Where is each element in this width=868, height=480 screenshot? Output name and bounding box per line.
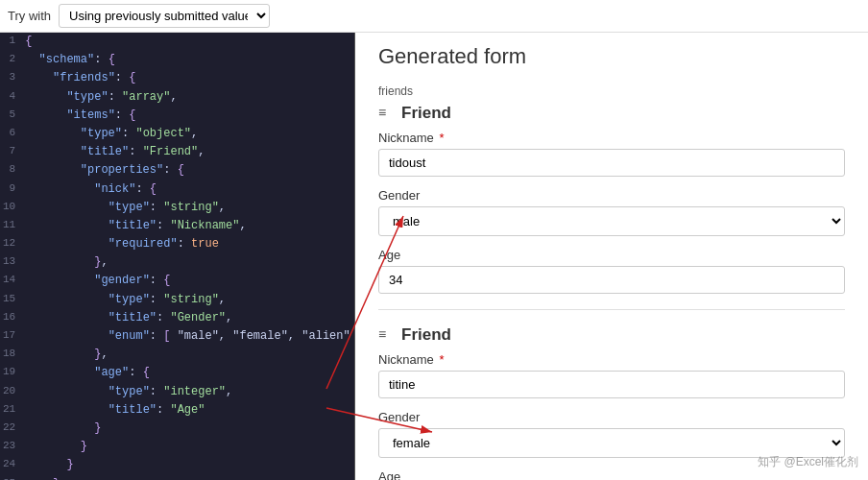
section-label: friends xyxy=(378,84,845,98)
line-number: 15 xyxy=(1,291,22,309)
watermark: 知乎 @Excel催化剂 xyxy=(758,454,858,470)
gender-label-2: Gender xyxy=(378,410,845,424)
line-number: 17 xyxy=(1,327,22,346)
line-number: 3 xyxy=(1,69,22,87)
code-line: 22 } xyxy=(1,420,356,438)
nickname-label-1: Nickname * xyxy=(378,131,845,145)
nickname-input-1[interactable] xyxy=(378,149,845,177)
top-bar: Try with Using previously submitted valu… xyxy=(0,0,868,33)
line-content: "type": "integer", xyxy=(21,383,355,401)
nickname-group-1: Nickname * xyxy=(378,131,845,177)
code-line: 19 "age": { xyxy=(1,364,356,382)
line-number: 20 xyxy=(1,383,22,401)
code-line: 8 "properties": { xyxy=(1,161,356,180)
line-number: 14 xyxy=(1,272,22,290)
code-line: 21 "title": "Age" xyxy=(1,401,356,420)
line-number: 19 xyxy=(1,364,22,382)
line-number: 16 xyxy=(1,309,22,327)
line-number: 4 xyxy=(1,88,22,107)
list-icon-1: ≡ xyxy=(378,106,394,121)
code-line: 25 }, xyxy=(1,475,356,481)
nickname-input-2[interactable] xyxy=(378,371,845,398)
line-content: } xyxy=(21,438,355,456)
line-content: }, xyxy=(21,475,355,481)
friend-block-1: ≡ Friend Nickname * Gender male female a… xyxy=(378,104,845,294)
friend-header-2: ≡ Friend xyxy=(378,325,845,345)
age-label-2: Age xyxy=(378,469,845,480)
friend-title-2: Friend xyxy=(401,325,451,345)
code-line: 9 "nick": { xyxy=(1,180,356,199)
line-number: 21 xyxy=(1,401,22,420)
age-label-1: Age xyxy=(378,248,845,262)
code-line: 17 "enum": [ "male", "female", "alien" ] xyxy=(1,327,356,346)
main-content: 1{2 "schema": {3 "friends": {4 "type": "… xyxy=(0,33,868,480)
code-panel: 1{2 "schema": {3 "friends": {4 "type": "… xyxy=(0,33,355,480)
code-line: 20 "type": "integer", xyxy=(1,383,356,401)
line-content: "nick": { xyxy=(21,180,355,199)
line-number: 24 xyxy=(1,456,22,474)
line-content: "items": { xyxy=(21,107,355,125)
code-line: 10 "type": "string", xyxy=(1,199,356,217)
code-line: 15 "type": "string", xyxy=(1,291,356,309)
line-content: "type": "array", xyxy=(21,88,355,107)
line-number: 23 xyxy=(1,438,22,456)
code-line: 2 "schema": { xyxy=(1,51,356,69)
line-content: }, xyxy=(21,346,355,364)
code-line: 23 } xyxy=(1,438,356,456)
line-content: }, xyxy=(21,253,355,272)
code-line: 14 "gender": { xyxy=(1,272,356,290)
code-table: 1{2 "schema": {3 "friends": {4 "type": "… xyxy=(0,33,355,480)
line-content: "age": { xyxy=(21,364,355,382)
age-group-1: Age xyxy=(378,248,845,294)
nickname-label-2: Nickname * xyxy=(378,352,845,367)
line-number: 12 xyxy=(1,235,22,253)
age-group-2: Age xyxy=(378,469,845,480)
line-content: "type": "string", xyxy=(21,199,355,217)
line-content: } xyxy=(21,420,355,438)
code-line: 4 "type": "array", xyxy=(1,88,356,107)
line-content: "properties": { xyxy=(21,161,355,180)
line-content: "title": "Age" xyxy=(21,401,355,420)
nickname-group-2: Nickname * xyxy=(378,352,845,398)
line-number: 1 xyxy=(1,33,22,51)
line-number: 5 xyxy=(1,107,22,125)
code-line: 5 "items": { xyxy=(1,107,356,125)
line-number: 2 xyxy=(1,51,22,69)
line-number: 10 xyxy=(1,199,22,217)
line-number: 8 xyxy=(1,161,22,180)
required-star-2: * xyxy=(439,352,444,367)
try-with-select[interactable]: Using previously submitted values Empty … xyxy=(59,4,270,28)
code-line: 12 "required": true xyxy=(1,235,356,253)
form-title: Generated form xyxy=(378,44,845,69)
gender-group-1: Gender male female alien xyxy=(378,188,845,236)
gender-select-1[interactable]: male female alien xyxy=(378,206,845,236)
line-number: 18 xyxy=(1,346,22,364)
line-number: 25 xyxy=(1,475,22,481)
line-content: "type": "string", xyxy=(21,291,355,309)
line-content: { xyxy=(21,33,355,51)
code-line: 18 }, xyxy=(1,346,356,364)
gender-label-1: Gender xyxy=(378,188,845,203)
line-content: } xyxy=(21,456,355,474)
code-line: 1{ xyxy=(1,33,356,51)
line-content: "title": "Friend", xyxy=(21,143,355,161)
line-content: "title": "Gender", xyxy=(21,309,355,327)
friend-header-1: ≡ Friend xyxy=(378,104,845,123)
line-content: "title": "Nickname", xyxy=(21,217,355,235)
form-panel: Generated form friends ≡ Friend Nickname… xyxy=(355,33,868,480)
line-content: "friends": { xyxy=(21,69,355,87)
line-number: 22 xyxy=(1,420,22,438)
code-line: 6 "type": "object", xyxy=(1,125,356,143)
age-input-1[interactable] xyxy=(378,266,845,294)
divider-1 xyxy=(378,309,845,310)
line-content: "gender": { xyxy=(21,272,355,290)
list-icon-2: ≡ xyxy=(378,327,394,343)
code-line: 7 "title": "Friend", xyxy=(1,143,356,161)
line-number: 6 xyxy=(1,125,22,143)
line-content: "required": true xyxy=(21,235,355,253)
code-line: 3 "friends": { xyxy=(1,69,356,87)
code-line: 16 "title": "Gender", xyxy=(1,309,356,327)
required-star-1: * xyxy=(439,131,444,145)
code-line: 13 }, xyxy=(1,253,356,272)
code-line: 24 } xyxy=(1,456,356,474)
